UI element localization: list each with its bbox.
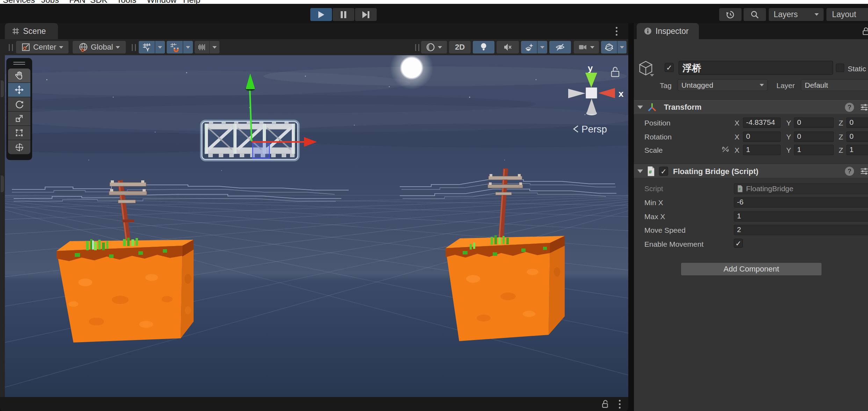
orbit-globe-icon — [605, 43, 614, 52]
audio-muted-icon — [503, 43, 512, 52]
static-checkbox[interactable] — [836, 64, 844, 72]
grid-snapping-options[interactable] — [183, 41, 193, 53]
scene-lighting-toggle[interactable] — [473, 41, 494, 53]
tab-scene[interactable]: Scene — [5, 23, 58, 39]
version-control-button[interactable] — [719, 8, 742, 21]
move-speed-field[interactable]: 2 — [734, 225, 868, 235]
unlock-icon[interactable] — [601, 399, 610, 409]
tool-orientation-dropdown[interactable]: Global — [73, 41, 126, 53]
axis-z-label: Z — [839, 146, 843, 154]
transform-tool[interactable] — [8, 140, 30, 154]
layout-dropdown[interactable]: Layout — [826, 8, 868, 21]
chevron-down-icon — [540, 46, 544, 49]
inspector-tabbar: Inspector — [634, 23, 868, 39]
rotate-tool[interactable] — [8, 97, 30, 111]
rotation-x-field[interactable]: 0 — [743, 131, 781, 142]
scene-viewport[interactable]: y x Persp — [0, 55, 628, 397]
scene-camera-dropdown[interactable] — [574, 41, 599, 53]
grid-visibility-toggle[interactable]: Y — [139, 41, 155, 53]
globe-icon — [79, 43, 88, 52]
position-y-field[interactable]: 0 — [794, 117, 834, 128]
layers-dropdown[interactable]: Layers — [769, 8, 824, 21]
menu-item[interactable]: Services — [3, 0, 35, 4]
selected-bridge-segment[interactable] — [253, 142, 269, 158]
enable-movement-checkbox[interactable]: ✓ — [734, 239, 743, 248]
effects-options[interactable] — [537, 41, 547, 53]
menu-item[interactable]: Help — [183, 0, 200, 4]
rotation-y-field[interactable]: 0 — [794, 131, 834, 142]
max-x-field[interactable]: 1 — [734, 211, 868, 222]
grid-snapping-toggle[interactable] — [167, 41, 183, 53]
active-checkbox[interactable]: ✓ — [665, 63, 674, 72]
shading-mode-dropdown[interactable] — [421, 41, 447, 53]
scale-z-field[interactable]: 1 — [846, 145, 868, 155]
tag-dropdown[interactable]: Untagged — [678, 79, 768, 91]
increment-snap-icon — [198, 43, 206, 51]
menu-item[interactable]: Jobs — [41, 0, 59, 4]
foldout-icon[interactable] — [637, 170, 643, 173]
pause-button[interactable] — [333, 8, 354, 21]
gizmo-center-cube[interactable] — [586, 88, 597, 98]
play-button[interactable] — [310, 8, 332, 21]
position-z-field[interactable]: 0 — [846, 117, 868, 128]
checkmark-icon: ✓ — [735, 240, 742, 247]
effects-toggle[interactable] — [521, 41, 537, 53]
gameobject-options-caret[interactable] — [650, 74, 654, 77]
hidden-objects-toggle[interactable] — [549, 41, 571, 53]
scale-tool[interactable] — [8, 111, 30, 125]
layer-dropdown[interactable]: Default — [801, 79, 868, 91]
info-icon — [644, 27, 652, 35]
scale-y-field[interactable]: 1 — [794, 145, 834, 155]
panel-flap[interactable] — [1, 175, 4, 192]
scale-label: Scale — [644, 146, 663, 154]
scale-x-field[interactable]: 1 — [743, 145, 781, 155]
script-object-field[interactable]: # FloatingBridge — [734, 183, 868, 194]
link-broken-icon[interactable] — [721, 145, 730, 153]
lock-icon[interactable] — [862, 27, 868, 36]
audio-mute-toggle[interactable] — [497, 41, 519, 53]
overlay-drag-handle[interactable] — [13, 62, 25, 63]
scene-visibility-gizmo-toggle[interactable] — [601, 41, 617, 53]
move-tool[interactable] — [8, 83, 30, 97]
position-label: Position — [644, 119, 671, 127]
collapsed-panel-strip — [0, 55, 5, 397]
step-button[interactable] — [355, 8, 377, 21]
menu-item[interactable]: Window — [147, 0, 176, 4]
position-x-field[interactable]: -4.83754 — [743, 117, 781, 128]
menu-item[interactable]: FAN_SDK — [69, 0, 107, 4]
min-x-field[interactable]: -6 — [734, 197, 868, 208]
help-icon[interactable]: ? — [845, 167, 854, 176]
drag-handle[interactable] — [132, 44, 136, 51]
preset-icon[interactable] — [860, 103, 868, 112]
snap-increment-button[interactable] — [195, 41, 209, 53]
tool-pivot-dropdown[interactable]: Center — [16, 41, 68, 53]
rect-tool[interactable] — [8, 126, 30, 140]
editor-toolbar: Layers Layout — [0, 4, 868, 23]
statusbar-kebab[interactable] — [619, 400, 621, 409]
2d-toggle[interactable]: 2D — [449, 41, 471, 53]
snap-increment-options[interactable] — [210, 41, 219, 53]
help-icon[interactable]: ? — [845, 103, 854, 112]
drag-handle[interactable] — [415, 44, 419, 51]
scene-menu-kebab[interactable] — [616, 27, 617, 36]
menu-item[interactable]: Tools — [117, 0, 136, 4]
tag-value: Untagged — [681, 81, 713, 89]
add-component-button[interactable]: Add Component — [681, 262, 822, 276]
tab-inspector[interactable]: Inspector — [637, 23, 699, 39]
transform-header[interactable]: Transform ? — [634, 99, 868, 115]
view-hand-tool[interactable] — [8, 68, 30, 82]
panel-flap[interactable] — [1, 80, 4, 97]
inspector-tab-label: Inspector — [656, 27, 689, 36]
floating-bridge-header[interactable]: # ✓ Floating Bridge (Script) ? — [634, 164, 868, 178]
grid-visibility-options[interactable] — [155, 41, 165, 53]
inspector-panel: Inspector ✓ 浮桥 Static Tag Untagged — [634, 23, 868, 411]
gizmo-options[interactable] — [617, 41, 627, 53]
search-button[interactable] — [744, 8, 766, 21]
rotation-z-field[interactable]: 0 — [846, 131, 868, 142]
component-enabled-checkbox[interactable]: ✓ — [659, 167, 668, 176]
drag-handle[interactable] — [9, 44, 13, 51]
gameobject-name-field[interactable]: 浮桥 — [679, 61, 833, 75]
preset-icon[interactable] — [860, 167, 868, 176]
foldout-icon[interactable] — [637, 106, 643, 109]
pause-icon — [340, 11, 347, 19]
